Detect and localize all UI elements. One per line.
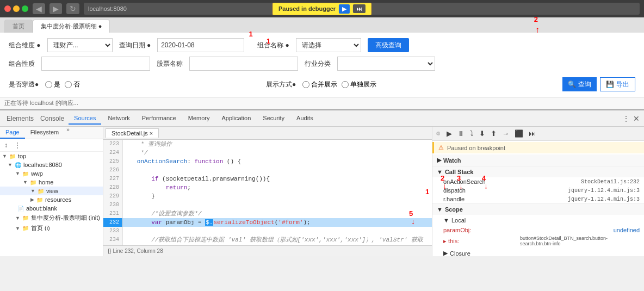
label-date: 查询日期 ● [119,41,151,50]
closure-label: Closure [450,250,470,257]
sidebar-expand-icon[interactable]: » [64,127,72,139]
date-input[interactable] [157,38,244,52]
devtools-memory-tab[interactable]: Memory [183,113,215,125]
globe-icon: 🌐 [15,162,21,168]
select-zuhe-name[interactable]: 请选择 [296,38,361,52]
sidebar-sync-btn[interactable]: ↕ [2,140,10,150]
devtools-security-tab[interactable]: Security [257,113,290,125]
arrow-resources: ▶ [30,197,34,202]
radio-single[interactable] [342,81,349,88]
sidebar-more-btn[interactable]: ⋮ [12,140,23,150]
closure-header[interactable]: ▶ Closure [432,247,644,256]
devtools-audits-tab[interactable]: Audits [291,113,319,125]
sidebar-tabs: Page Filesystem » [0,127,103,139]
step-out-btn[interactable]: ⬆ [489,128,498,139]
step-over-btn[interactable]: ⤵ [468,128,475,139]
close-btn[interactable] [4,5,11,12]
radio-yes[interactable] [45,81,52,88]
tree-item-aboutblank[interactable]: 📄 about:blank [0,204,103,213]
search-button[interactable]: 🔍 查询 [562,77,597,91]
callstack-item-2[interactable]: r.handle jquery-1.12.4.min.js:3 [432,195,644,203]
devtools-body: Page Filesystem » ↕ ⋮ ▼ 📁 top ▼ [0,127,644,256]
callstack-section: ▼ Call Stack onActionSearch StockDetail.… [432,166,644,204]
debug-panel: ⚙ ▶ ⏸ ⤵ ⬇ ⬆ → ⬛ ⏭ ⚠ [432,127,644,256]
radio-no-label[interactable]: 否 [65,80,80,89]
scope-section: ▼ Scope ▼ Local paramObj: undefined [432,204,644,256]
search-icon: 🔍 [568,81,576,88]
tree-item-resources[interactable]: ▶ 📁 resources [0,195,103,204]
dont-pause-exceptions-btn[interactable]: ⏭ [527,128,537,139]
tree-item-view[interactable]: ▼ 📁 view [0,187,103,195]
resume-button[interactable]: ▶ [339,4,350,14]
callstack-header[interactable]: ▼ Call Stack [432,166,644,177]
folder-wwp-icon: 📁 [22,171,29,177]
back-button[interactable]: ◀ [33,3,45,14]
local-var-val-1: button#StockDetail_BTN_search.button-sea… [520,236,640,246]
tree-item-home[interactable]: ▼ 📁 home [0,178,103,187]
step-over-button[interactable]: ⏭ [353,4,366,13]
radio-single-label[interactable]: 单独展示 [342,80,376,89]
select-zuhe[interactable]: 理财产... [47,38,113,52]
tab-home[interactable]: 首页 [4,20,33,33]
scope-header[interactable]: ▼ Scope [432,204,644,215]
deactivate-breakpoints-btn[interactable]: ⬛ [513,128,525,139]
tree-item-wwp[interactable]: ▼ 📁 wwp [0,169,103,178]
devtools-network-tab[interactable]: Network [102,113,135,125]
sidebar-tab-page[interactable]: Page [0,127,25,139]
code-line-228: 228 return; [103,183,432,192]
radio-no[interactable] [65,81,72,88]
label-zuhe-name: 组合名称 ● [257,41,289,50]
tree-label-homepage: 首页 (i) [31,224,50,232]
callstack-item-0[interactable]: onActionSearch StockDetail.js:232 [432,177,644,186]
close-devtools-icon[interactable]: ✕ [633,114,640,123]
select-hangye[interactable] [337,57,435,71]
tab-bar: 首页 集中度分析-股票明细 ● [0,17,644,33]
stock-input[interactable] [189,57,298,71]
devtools-console-tab[interactable]: Console [37,115,67,122]
code-file-tab[interactable]: StockDetail.js × [106,128,159,138]
tree-item-homepage[interactable]: ▼ 📁 首页 (i) [0,223,103,233]
sidebar-tab-filesystem[interactable]: Filesystem [25,127,65,139]
export-button[interactable]: 💾 导出 [600,77,635,91]
minimize-btn[interactable] [13,5,20,12]
advanced-search-button[interactable]: 高级查询 [368,38,409,52]
display-radio-group: 合并展示 单独展示 [302,80,376,89]
refresh-button[interactable]: ↻ [66,3,79,14]
pause-btn[interactable]: ⏸ [456,128,466,139]
step-into-btn[interactable]: ⬇ [478,128,487,139]
label-zuhe: 组合维度 ● [9,41,41,50]
callstack-item-1[interactable]: dispatch jquery-1.12.4.min.js:3 [432,186,644,195]
step-btn[interactable]: → [500,128,511,139]
code-line-227: 227 if (SocketDetail.pramsWarning()){ [103,175,432,183]
code-line-225: 225 onActionSearch: function () { [103,157,432,166]
file-aboutblank-icon: 📄 [17,206,24,212]
radio-merge[interactable] [302,81,309,88]
form-row-2: 组合性质 股票名称 行业分类 [9,57,635,71]
resume-execution-btn[interactable]: ▶ [445,128,454,139]
callstack-arrow-icon: ▼ [437,169,443,175]
devtools-elements-tab[interactable]: Elements [4,115,36,122]
watch-header[interactable]: ▶ Watch [432,154,644,166]
tree-item-jzdanalysis[interactable]: ▼ 📁 集中度分析-股票明细 (init) [0,213,103,223]
devtools-sources-tab[interactable]: Sources [69,113,101,125]
tree-item-localhost[interactable]: ▼ 🌐 localhost:8080 [0,160,103,169]
radio-yes-label[interactable]: 是 [45,80,60,89]
tree-label-wwp: wwp [31,170,43,177]
tree-item-top[interactable]: ▼ 📁 top [0,152,103,160]
devtools-performance-tab[interactable]: Performance [137,113,182,125]
app-area: 组合维度 ● 理财产... 查询日期 ● 1 组合名称 ● 请选择 高级查询 组… [0,33,644,97]
tab-analysis[interactable]: 集中度分析-股票明细 ● [33,20,110,33]
callstack-name-2: r.handle [443,196,465,202]
debug-content: ⚠ Paused on breakpoint ▶ Watch ▼ [432,141,644,256]
label-display: 展示方式● [266,80,296,89]
xingzhi-input[interactable] [41,57,150,71]
display-row: 是否穿透● 是 否 展示方式● 合并展示 [9,75,635,94]
radio-merge-label[interactable]: 合并展示 [302,80,337,89]
forward-button[interactable]: ▶ [49,3,62,14]
warning-icon: ⚠ [438,144,444,151]
local-header[interactable]: ▼ Local [432,215,644,226]
devtools-application-tab[interactable]: Application [216,113,256,125]
maximize-btn[interactable] [22,5,28,12]
code-line-232: 232 var paramObj = $.serializeToObject('… [103,218,432,227]
more-icon[interactable]: ⋮ [622,114,630,123]
